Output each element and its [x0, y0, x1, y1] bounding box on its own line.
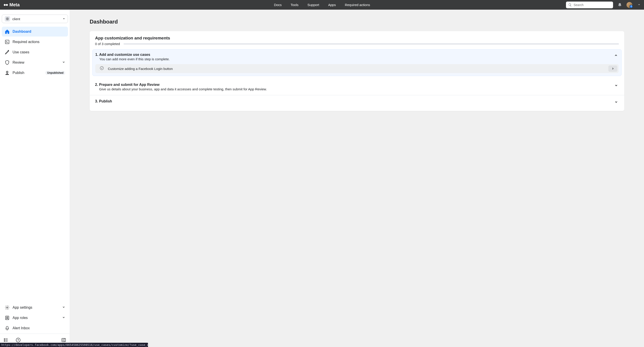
step-1-desc: You can add more even if this step is co…: [95, 57, 613, 61]
sidebar: client Dashboard Required actions Use ca…: [0, 10, 70, 347]
svg-point-7: [6, 317, 8, 318]
chevron-down-icon: [62, 60, 65, 64]
search-box[interactable]: [566, 2, 613, 8]
sidebar-item-label: App settings: [12, 306, 62, 310]
chevron-down-icon: [62, 306, 65, 310]
atom-icon: [6, 17, 9, 20]
step-1[interactable]: 1. Add and customize use cases You can a…: [92, 49, 622, 76]
checklist-icon: [4, 39, 10, 44]
top-nav: Meta Docs Tools Support Apps Required ac…: [0, 0, 644, 10]
svg-point-0: [7, 18, 8, 19]
sidebar-item-review[interactable]: Review: [2, 58, 68, 68]
step-2-title: 2. Prepare and submit for App Review: [95, 83, 614, 87]
step-2[interactable]: 2. Prepare and submit for App Review Giv…: [90, 79, 624, 95]
sidebar-item-label: Use cases: [12, 50, 65, 54]
chevron-down-icon: [62, 316, 65, 320]
svg-point-11: [16, 338, 20, 342]
search-input[interactable]: [574, 3, 611, 7]
pencil-icon: [4, 50, 10, 55]
svg-rect-6: [6, 316, 9, 320]
bell-icon: [4, 326, 10, 331]
progress-text: 0 of 3 completed: [95, 42, 120, 46]
sidebar-item-label: Dashboard: [12, 30, 65, 34]
task-customize-fb-login[interactable]: Customize adding a Facebook Login button: [95, 64, 619, 73]
sidebar-item-alert-inbox[interactable]: Alert Inbox: [2, 323, 68, 333]
badge-icon: [4, 315, 10, 320]
nav-center: Docs Tools Support Apps Required actions: [274, 3, 370, 7]
app-name: client: [12, 17, 63, 21]
svg-rect-4: [6, 40, 9, 44]
gear-icon: [4, 305, 10, 310]
sidebar-item-app-settings[interactable]: App settings: [2, 302, 68, 312]
nav-docs[interactable]: Docs: [274, 3, 282, 7]
caret-down-icon: [638, 3, 640, 6]
nav-support[interactable]: Support: [308, 3, 319, 7]
svg-point-5: [6, 307, 8, 308]
shield-icon: [4, 60, 10, 65]
nav-tools[interactable]: Tools: [290, 3, 298, 7]
progress-bar: [124, 43, 619, 44]
customization-card: App customization and requirements 0 of …: [90, 31, 624, 111]
notifications-icon[interactable]: [618, 3, 622, 7]
app-icon: [5, 16, 10, 22]
step-3[interactable]: 3. Publish: [90, 95, 624, 110]
nav-required-actions[interactable]: Required actions: [345, 3, 370, 7]
account-menu[interactable]: f: [626, 2, 632, 8]
sidebar-item-dashboard[interactable]: Dashboard: [2, 27, 68, 36]
sidebar-item-label: App roles: [12, 316, 62, 320]
collapse-sidebar-icon[interactable]: [61, 338, 66, 344]
status-bar: https://developers.facebook.com/apps/865…: [0, 343, 148, 347]
chevron-down-icon: [614, 99, 619, 106]
check-circle-icon: [100, 66, 104, 71]
sidebar-item-use-cases[interactable]: Use cases: [2, 47, 68, 57]
step-2-desc: Give us details about your business, app…: [95, 87, 614, 91]
svg-point-13: [100, 66, 104, 70]
card-title: App customization and requirements: [95, 36, 619, 40]
main-content: Dashboard App customization and requirem…: [70, 10, 644, 347]
sidebar-item-label: Required actions: [12, 40, 65, 44]
list-icon[interactable]: [4, 338, 8, 344]
sidebar-item-label: Alert Inbox: [12, 326, 65, 330]
svg-point-8: [4, 338, 5, 339]
svg-point-9: [4, 340, 5, 340]
chevron-right-icon: [611, 67, 614, 70]
chevron-up-icon[interactable]: [613, 53, 619, 59]
help-icon[interactable]: [16, 338, 21, 344]
meta-logo[interactable]: Meta: [4, 2, 20, 8]
nav-apps[interactable]: Apps: [328, 3, 336, 7]
app-selector[interactable]: client: [2, 14, 68, 23]
home-icon: [4, 29, 10, 34]
step-3-title: 3. Publish: [95, 99, 614, 103]
sidebar-item-publish[interactable]: Publish Unpublished: [2, 68, 68, 78]
sidebar-item-app-roles[interactable]: App roles: [2, 313, 68, 323]
facebook-badge-icon: f: [630, 5, 633, 8]
sidebar-item-required-actions[interactable]: Required actions: [2, 37, 68, 47]
page-title: Dashboard: [90, 18, 624, 25]
step-1-title: 1. Add and customize use cases: [95, 53, 613, 57]
task-arrow-button[interactable]: [608, 66, 617, 72]
chevron-down-icon: [614, 83, 619, 89]
svg-point-10: [4, 341, 5, 342]
account-caret[interactable]: [638, 3, 640, 7]
sidebar-item-label: Review: [12, 60, 62, 64]
sidebar-item-label: Publish: [12, 71, 45, 75]
nav-right: f: [566, 2, 640, 8]
search-icon: [568, 3, 572, 7]
brand-text: Meta: [10, 2, 20, 8]
upload-icon: [4, 70, 10, 76]
infinity-icon: [4, 3, 8, 7]
caret-down-icon: [63, 17, 65, 21]
task-label: Customize adding a Facebook Login button: [108, 67, 608, 70]
publish-status-badge: Unpublished: [45, 71, 65, 75]
